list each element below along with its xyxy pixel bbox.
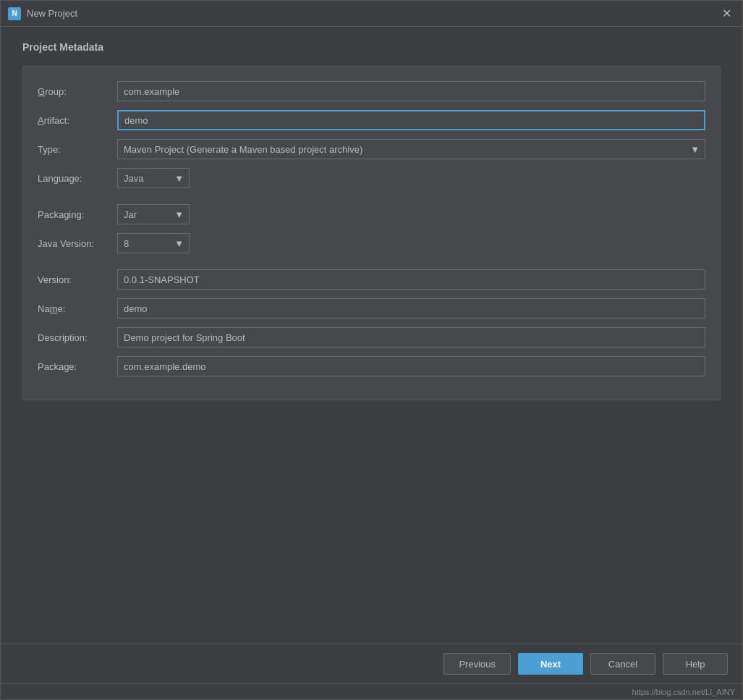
description-input[interactable] bbox=[117, 327, 705, 347]
form-area: Group: Artifact: Type: Maven Project (Ge… bbox=[22, 66, 721, 400]
title-bar-left: N New Project bbox=[8, 7, 77, 20]
type-row: Type: Maven Project (Generate a Maven ba… bbox=[38, 139, 705, 159]
name-label: Name: bbox=[38, 303, 117, 314]
artifact-label: Artifact: bbox=[38, 115, 117, 126]
java-version-select[interactable]: 8 11 17 21 bbox=[117, 233, 190, 253]
artifact-row: Artifact: bbox=[38, 110, 705, 130]
description-row: Description: bbox=[38, 327, 705, 347]
next-button[interactable]: Next bbox=[518, 653, 583, 675]
description-label: Description: bbox=[38, 332, 117, 343]
footer: Previous Next Cancel Help bbox=[1, 644, 742, 683]
language-row: Language: Java Kotlin Groovy ▼ bbox=[38, 168, 705, 188]
title-bar: N New Project ✕ bbox=[1, 1, 742, 27]
name-input[interactable] bbox=[117, 298, 705, 319]
footer-url: https://blog.csdn.net/LI_AINY bbox=[632, 688, 735, 696]
close-button[interactable]: ✕ bbox=[718, 5, 735, 22]
main-content: Project Metadata Group: Artifact: Type: bbox=[1, 27, 742, 644]
language-select[interactable]: Java Kotlin Groovy bbox=[117, 168, 190, 188]
java-version-label: Java Version: bbox=[38, 238, 117, 249]
group-row: Group: bbox=[38, 81, 705, 101]
type-label: Type: bbox=[38, 144, 117, 155]
cancel-button[interactable]: Cancel bbox=[590, 653, 655, 675]
new-project-window: N New Project ✕ Project Metadata Group: … bbox=[0, 0, 743, 700]
version-label: Version: bbox=[38, 274, 117, 285]
packaging-row: Packaging: Jar War ▼ bbox=[38, 204, 705, 224]
bottom-bar: https://blog.csdn.net/LI_AINY bbox=[1, 683, 742, 699]
app-icon: N bbox=[8, 7, 21, 20]
group-input[interactable] bbox=[117, 81, 705, 101]
language-label: Language: bbox=[38, 173, 117, 184]
window-title: New Project bbox=[27, 8, 77, 19]
help-button[interactable]: Help bbox=[663, 653, 728, 675]
packaging-select[interactable]: Jar War bbox=[117, 204, 190, 224]
section-title: Project Metadata bbox=[22, 41, 721, 53]
version-row: Version: bbox=[38, 269, 705, 290]
package-row: Package: bbox=[38, 356, 705, 376]
packaging-label: Packaging: bbox=[38, 209, 117, 220]
version-input[interactable] bbox=[117, 269, 705, 290]
group-label: Group: bbox=[38, 86, 117, 97]
package-input[interactable] bbox=[117, 356, 705, 376]
java-version-select-wrapper: 8 11 17 21 ▼ bbox=[117, 233, 190, 253]
java-version-row: Java Version: 8 11 17 21 ▼ bbox=[38, 233, 705, 253]
previous-button[interactable]: Previous bbox=[443, 653, 511, 675]
language-select-wrapper: Java Kotlin Groovy ▼ bbox=[117, 168, 190, 188]
packaging-select-wrapper: Jar War ▼ bbox=[117, 204, 190, 224]
package-label: Package: bbox=[38, 361, 117, 372]
type-select[interactable]: Maven Project (Generate a Maven based pr… bbox=[117, 139, 705, 159]
artifact-input[interactable] bbox=[117, 110, 705, 130]
type-select-wrapper: Maven Project (Generate a Maven based pr… bbox=[117, 139, 705, 159]
name-row: Name: bbox=[38, 298, 705, 319]
